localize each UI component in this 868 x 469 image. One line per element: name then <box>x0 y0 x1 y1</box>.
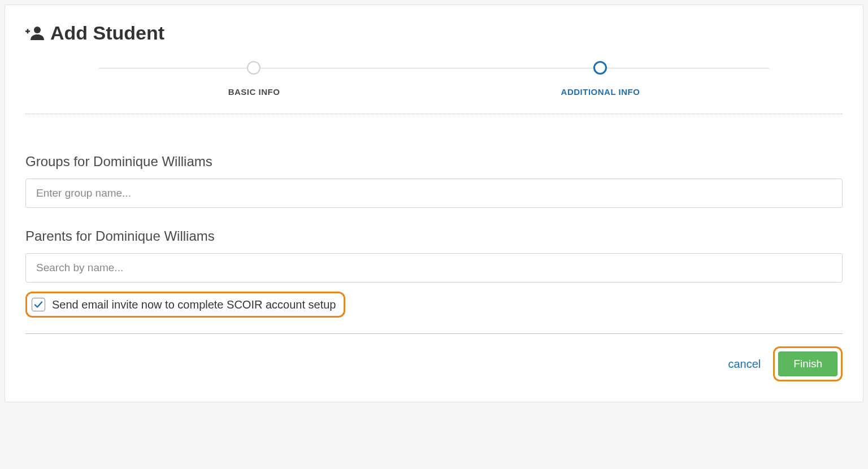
stepper-line <box>99 68 769 68</box>
cancel-button[interactable]: cancel <box>726 354 763 374</box>
page-header: Add Student <box>25 22 843 44</box>
parents-label: Parents for Dominique Williams <box>25 228 843 244</box>
groups-section: Groups for Dominique Williams <box>25 154 843 208</box>
groups-input[interactable] <box>25 179 843 208</box>
step-circle-icon <box>593 61 607 75</box>
finish-highlight: Finish <box>773 346 843 381</box>
step-additional-info[interactable]: ADDITIONAL INFO <box>561 61 640 97</box>
svg-rect-1 <box>27 29 29 33</box>
finish-button[interactable]: Finish <box>778 351 837 376</box>
svg-point-2 <box>34 27 41 33</box>
stepper: BASIC INFO ADDITIONAL INFO <box>25 61 843 97</box>
invite-checkbox[interactable] <box>32 298 45 311</box>
invite-checkbox-label: Send email invite now to complete SCOIR … <box>52 298 336 311</box>
page-title: Add Student <box>50 22 164 44</box>
step-circle-icon <box>247 61 261 75</box>
invite-checkbox-row: Send email invite now to complete SCOIR … <box>25 292 345 318</box>
add-student-card: Add Student BASIC INFO ADDITIONAL INFO G… <box>5 5 863 402</box>
step-basic-info[interactable]: BASIC INFO <box>228 61 280 97</box>
step-label: BASIC INFO <box>228 87 280 97</box>
check-icon <box>33 299 44 310</box>
step-label: ADDITIONAL INFO <box>561 87 640 97</box>
parents-input[interactable] <box>25 253 843 283</box>
divider-solid <box>25 333 843 334</box>
groups-label: Groups for Dominique Williams <box>25 154 843 170</box>
divider-dotted <box>25 114 843 114</box>
footer-actions: cancel Finish <box>25 346 843 381</box>
parents-section: Parents for Dominique Williams <box>25 228 843 283</box>
add-person-icon <box>25 25 45 41</box>
